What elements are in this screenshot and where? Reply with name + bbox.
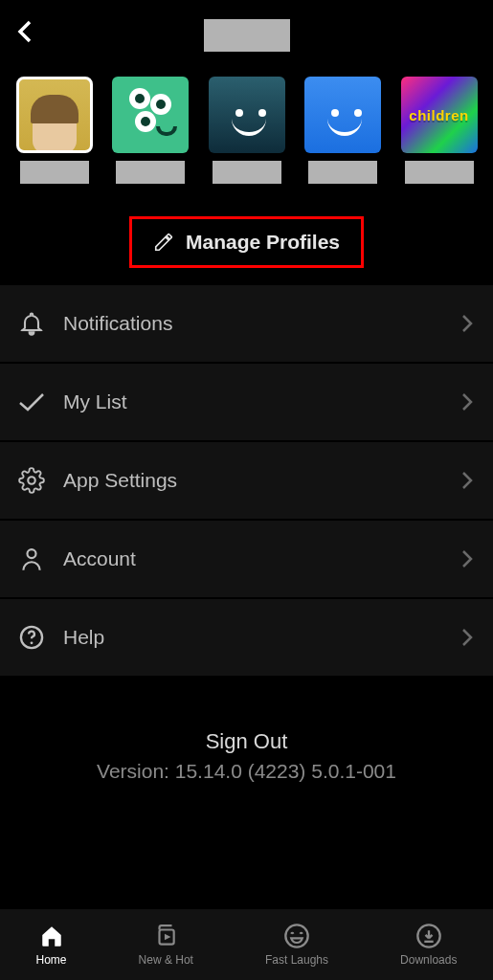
menu-item-app-settings[interactable]: App Settings: [0, 442, 493, 521]
laugh-icon: [283, 923, 310, 949]
profile-item-4[interactable]: children: [398, 77, 480, 184]
profile-name: [405, 161, 474, 184]
svg-point-7: [285, 924, 307, 947]
profile-avatar: [304, 77, 381, 153]
header: [0, 0, 493, 57]
page-title: [204, 19, 290, 52]
person-icon: [17, 545, 46, 573]
profile-name: [20, 161, 89, 184]
profile-item-3[interactable]: [303, 77, 384, 184]
footer: Sign Out Version: 15.14.0 (4223) 5.0.1-0…: [0, 729, 493, 783]
menu-label: My List: [63, 390, 460, 413]
children-badge: children: [409, 107, 468, 123]
download-icon: [415, 923, 442, 949]
pencil-icon: [153, 232, 174, 253]
menu-item-my-list[interactable]: My List: [0, 364, 493, 442]
manage-profiles-label: Manage Profiles: [186, 231, 340, 254]
menu-label: Account: [63, 547, 460, 570]
nav-home[interactable]: Home: [36, 923, 67, 967]
chevron-right-icon: [460, 391, 474, 412]
chevron-right-icon: [460, 470, 474, 491]
profile-name: [213, 161, 281, 184]
profile-name: [308, 161, 377, 184]
profile-avatar: [112, 77, 189, 153]
menu-label: App Settings: [63, 469, 460, 492]
nav-label: Fast Laughs: [265, 953, 328, 967]
settings-menu: Notifications My List App Settings Accou…: [0, 285, 493, 678]
nav-new-hot[interactable]: New & Hot: [139, 923, 193, 967]
nav-downloads[interactable]: Downloads: [400, 923, 457, 967]
profile-avatar: children: [401, 77, 478, 153]
check-icon: [17, 388, 46, 416]
version-text: Version: 15.14.0 (4223) 5.0.1-001: [0, 760, 493, 783]
svg-point-1: [28, 477, 34, 483]
svg-marker-6: [165, 934, 171, 941]
svg-point-4: [31, 641, 34, 644]
sign-out-button[interactable]: Sign Out: [0, 729, 493, 754]
chevron-left-icon: [16, 18, 35, 45]
profile-avatar: [209, 77, 285, 153]
gear-icon: [17, 466, 46, 495]
profile-item-1[interactable]: [110, 77, 191, 184]
new-hot-icon: [153, 923, 178, 949]
chevron-right-icon: [460, 313, 474, 334]
back-button[interactable]: [11, 17, 40, 46]
menu-label: Notifications: [63, 312, 460, 335]
nav-label: Home: [36, 953, 67, 967]
profile-name: [116, 161, 185, 184]
menu-item-help[interactable]: Help: [0, 599, 493, 678]
menu-item-account[interactable]: Account: [0, 521, 493, 599]
nav-fast-laughs[interactable]: Fast Laughs: [265, 923, 328, 967]
manage-profiles-button[interactable]: Manage Profiles: [129, 216, 364, 268]
bottom-nav: Home New & Hot Fast Laughs Downloads: [0, 909, 493, 980]
profile-item-0[interactable]: [13, 77, 95, 184]
nav-label: Downloads: [400, 953, 457, 967]
chevron-right-icon: [460, 627, 474, 648]
menu-label: Help: [63, 626, 460, 649]
profile-row: children: [0, 57, 493, 184]
menu-item-notifications[interactable]: Notifications: [0, 285, 493, 364]
profile-avatar: [16, 77, 93, 153]
home-icon: [39, 923, 64, 949]
profile-item-2[interactable]: [206, 77, 287, 184]
chevron-right-icon: [460, 548, 474, 569]
nav-label: New & Hot: [139, 953, 193, 967]
help-icon: [17, 623, 46, 652]
svg-point-2: [27, 549, 35, 558]
bell-icon: [17, 309, 46, 338]
